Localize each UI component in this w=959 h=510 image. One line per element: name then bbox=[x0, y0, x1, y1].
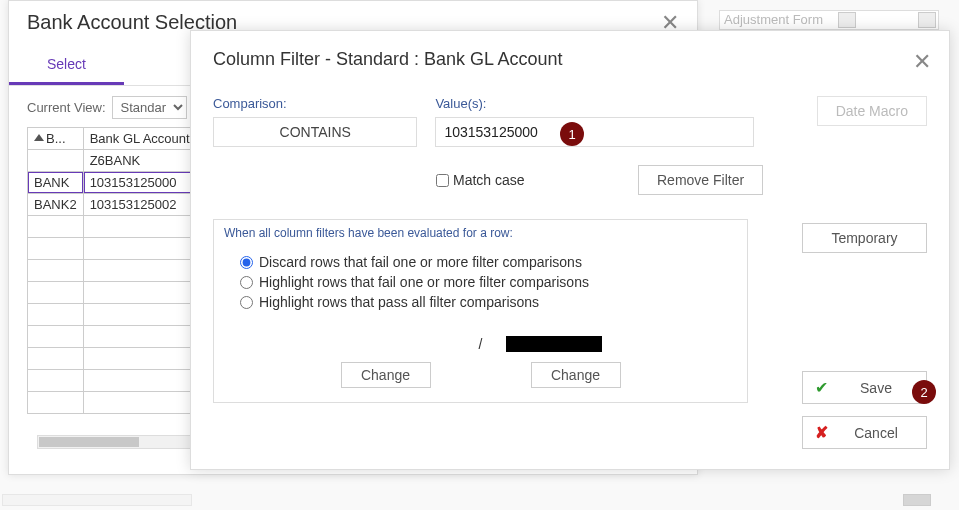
values-label: Value(s): bbox=[435, 96, 754, 111]
redacted-field bbox=[506, 336, 602, 352]
horizontal-scrollbar[interactable] bbox=[37, 435, 207, 449]
match-case-input[interactable] bbox=[436, 174, 449, 187]
table-row[interactable]: BANK103153125000 bbox=[28, 172, 207, 194]
save-button[interactable]: ✔ Save bbox=[802, 371, 927, 404]
page-scroll-right-icon[interactable] bbox=[903, 494, 931, 506]
table-row[interactable]: BANK2103153125002 bbox=[28, 194, 207, 216]
top-right-panel: Adjustment Form bbox=[719, 10, 939, 30]
x-icon: ✘ bbox=[815, 423, 828, 442]
comparison-select[interactable]: CONTAINS bbox=[213, 117, 417, 147]
dropdown-icon[interactable] bbox=[918, 12, 936, 28]
col-header-gl[interactable]: Bank GL Account bbox=[83, 128, 206, 150]
column-filter-dialog: Column Filter - Standard : Bank GL Accou… bbox=[190, 30, 950, 470]
toolbar-square bbox=[838, 12, 856, 28]
comparison-label: Comparison: bbox=[213, 96, 417, 111]
sort-asc-icon bbox=[34, 134, 44, 141]
adjustment-form-label: Adjustment Form bbox=[724, 12, 823, 27]
change-button-right[interactable]: Change bbox=[531, 362, 621, 388]
date-macro-button[interactable]: Date Macro bbox=[817, 96, 927, 126]
remove-filter-button[interactable]: Remove Filter bbox=[638, 165, 763, 195]
col-header-b[interactable]: B... bbox=[28, 128, 84, 150]
page-scroll-track[interactable] bbox=[2, 494, 192, 506]
close-icon[interactable]: ✕ bbox=[913, 49, 931, 75]
step-badge-2: 2 bbox=[912, 380, 936, 404]
option-highlight-fail[interactable]: Highlight rows that fail one or more fil… bbox=[240, 274, 737, 290]
tab-select[interactable]: Select bbox=[9, 46, 124, 85]
change-button-left[interactable]: Change bbox=[341, 362, 431, 388]
option-highlight-pass[interactable]: Highlight rows that pass all filter comp… bbox=[240, 294, 737, 310]
step-badge-1: 1 bbox=[560, 122, 584, 146]
values-input[interactable] bbox=[435, 117, 754, 147]
current-view-select[interactable]: Standard bbox=[112, 96, 187, 119]
options-title: When all column filters have been evalua… bbox=[224, 226, 737, 240]
temporary-button[interactable]: Temporary bbox=[802, 223, 927, 253]
filter-options-panel: When all column filters have been evalua… bbox=[213, 219, 748, 403]
slash-sep: / bbox=[479, 336, 483, 352]
current-view-label: Current View: bbox=[27, 100, 106, 115]
match-case-checkbox[interactable]: Match case bbox=[436, 172, 596, 188]
table-row[interactable]: Z6BANK bbox=[28, 150, 207, 172]
cancel-button[interactable]: ✘ Cancel bbox=[802, 416, 927, 449]
option-discard[interactable]: Discard rows that fail one or more filte… bbox=[240, 254, 737, 270]
filter-dialog-title: Column Filter - Standard : Bank GL Accou… bbox=[213, 49, 927, 70]
check-icon: ✔ bbox=[815, 378, 828, 397]
bank-account-table: B... Bank GL Account Z6BANK BANK10315312… bbox=[27, 127, 207, 414]
